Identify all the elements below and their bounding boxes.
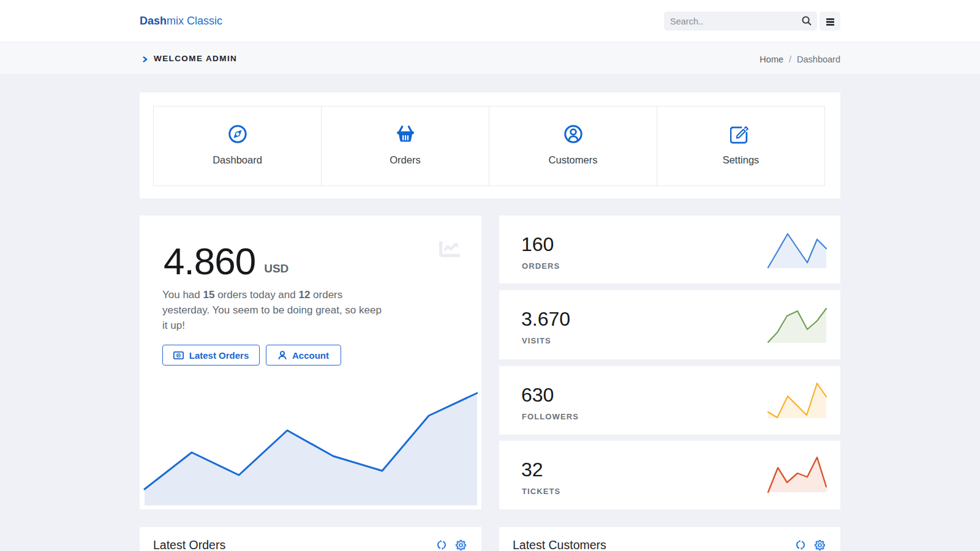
svg-text:0: 0 bbox=[177, 353, 179, 357]
